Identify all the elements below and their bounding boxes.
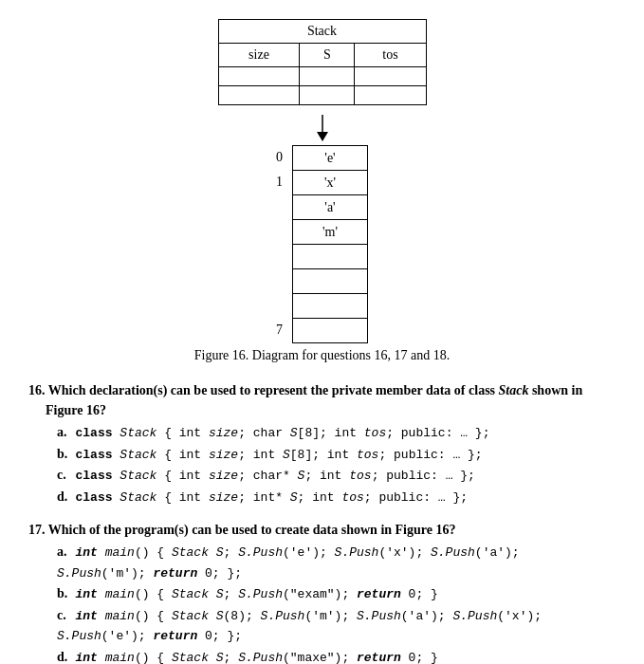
stack-cell bbox=[218, 86, 300, 105]
index-1: 1 bbox=[276, 170, 286, 194]
q16-c-label: c. bbox=[57, 465, 72, 485]
q17-option-d: d. int main() { Stack S; S.Push("maxe");… bbox=[57, 647, 616, 665]
stack-cell bbox=[300, 67, 355, 86]
q16-option-b: b. class Stack { int size; int S[8]; int… bbox=[57, 444, 616, 465]
stack-cell bbox=[355, 67, 426, 86]
question-17: 17. Which of the program(s) can be used … bbox=[28, 520, 616, 664]
stack-cell bbox=[355, 86, 426, 105]
q16-a-text: class Stack { int size; char S[8]; int t… bbox=[76, 426, 490, 440]
arrow-icon bbox=[218, 115, 427, 145]
col-tos: tos bbox=[355, 44, 426, 67]
cell-7 bbox=[293, 319, 368, 343]
array-indices: 0 1 2 3 4 5 6 7 bbox=[276, 145, 286, 342]
q17-c-text: int main() { Stack S(8); S.Push('m'); S.… bbox=[57, 609, 542, 644]
q16-c-text: class Stack { int size; char* S; int tos… bbox=[76, 469, 475, 483]
q16-option-c: c. class Stack { int size; char* S; int … bbox=[57, 465, 616, 486]
cell-2: 'a' bbox=[293, 195, 368, 220]
q17-header: 17. Which of the program(s) can be used … bbox=[28, 520, 616, 540]
col-size: size bbox=[218, 44, 300, 67]
q17-d-text: int main() { Stack S; S.Push("maxe"); re… bbox=[76, 651, 438, 665]
q17-option-a: a. int main() { Stack S; S.Push('e'); S.… bbox=[57, 542, 616, 582]
q17-a-label: a. bbox=[57, 542, 72, 562]
stack-table: Stack size S tos bbox=[218, 19, 427, 105]
q17-d-label: d. bbox=[57, 647, 72, 665]
array-cells-table: 'e' 'x' 'a' 'm' bbox=[292, 145, 368, 343]
stack-title: Stack bbox=[218, 20, 426, 44]
question-16: 16. Which declaration(s) can be used to … bbox=[28, 380, 616, 507]
stack-cell bbox=[218, 67, 300, 86]
q16-italic: Stack bbox=[499, 383, 529, 397]
questions-section: 16. Which declaration(s) can be used to … bbox=[28, 380, 616, 664]
cell-1: 'x' bbox=[293, 171, 368, 195]
stack-cell bbox=[300, 86, 355, 105]
q16-b-label: b. bbox=[57, 444, 72, 464]
q17-b-label: b. bbox=[57, 583, 72, 603]
q17-b-text: int main() { Stack S; S.Push("exam"); re… bbox=[76, 587, 438, 601]
figure-caption: Figure 16. Diagram for questions 16, 17 … bbox=[28, 348, 616, 363]
cell-0: 'e' bbox=[293, 146, 368, 171]
index-0: 0 bbox=[276, 145, 286, 170]
q17-a-text: int main() { Stack S; S.Push('e'); S.Pus… bbox=[57, 545, 520, 581]
cell-5 bbox=[293, 269, 368, 294]
q16-a-label: a. bbox=[57, 422, 72, 442]
arrow-container bbox=[28, 115, 616, 145]
col-s: S bbox=[300, 44, 355, 67]
q16-option-d: d. class Stack { int size; int* S; int t… bbox=[57, 487, 616, 507]
q17-option-b: b. int main() { Stack S; S.Push("exam");… bbox=[57, 583, 616, 604]
stack-table-container: Stack size S tos bbox=[28, 19, 616, 105]
q17-c-label: c. bbox=[57, 605, 72, 625]
q16-d-text: class Stack { int size; int* S; int tos;… bbox=[76, 490, 469, 505]
q17-option-c: c. int main() { Stack S(8); S.Push('m');… bbox=[57, 605, 616, 646]
q16-d-label: d. bbox=[57, 487, 72, 507]
q16-number: 16. bbox=[28, 383, 46, 397]
q16-header: 16. Which declaration(s) can be used to … bbox=[28, 380, 616, 420]
cell-3: 'm' bbox=[293, 220, 368, 245]
q16-b-text: class Stack { int size; int S[8]; int to… bbox=[76, 448, 483, 462]
cell-4 bbox=[293, 245, 368, 269]
cell-6 bbox=[293, 294, 368, 319]
index-7: 7 bbox=[276, 318, 286, 342]
q16-option-a: a. class Stack { int size; char S[8]; in… bbox=[57, 422, 616, 443]
q17-number: 17. bbox=[28, 523, 46, 537]
q16-options: a. class Stack { int size; char S[8]; in… bbox=[28, 422, 616, 507]
q16-bold: class bbox=[469, 383, 495, 397]
svg-marker-1 bbox=[317, 132, 328, 141]
q17-options: a. int main() { Stack S; S.Push('e'); S.… bbox=[28, 542, 616, 664]
array-diagram: 0 1 2 3 4 5 6 7 'e' 'x' 'a' 'm' bbox=[28, 145, 616, 343]
